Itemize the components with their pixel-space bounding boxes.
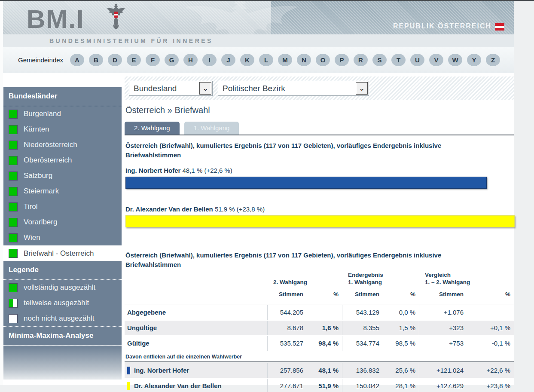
table-row: Abgegebene544.205543.1290,0 %+1.076 bbox=[125, 304, 514, 320]
breadcrumb-current: Briefwahl bbox=[175, 105, 210, 115]
bezirk-select[interactable]: Politischer Bezirk ⌄ bbox=[218, 81, 369, 96]
table-cell: 48,1 % bbox=[307, 363, 342, 378]
letter-button-Y[interactable]: Y bbox=[467, 54, 481, 66]
row-label: Ing. Norbert Hofer bbox=[125, 363, 267, 378]
table-cell: 534.774 bbox=[342, 336, 383, 351]
sidebar-item-label: Briefwahl - Österreich bbox=[24, 249, 94, 258]
col-header-pct: % bbox=[307, 286, 342, 304]
ministry-label: BUNDESMINISTERIUM FÜR INNERES bbox=[49, 37, 213, 44]
sidebar-item-label: Salzburg bbox=[24, 172, 52, 180]
table-cell: 277.671 bbox=[267, 379, 307, 392]
sidebar-item-label: Burgenland bbox=[24, 110, 61, 118]
letter-button-P[interactable]: P bbox=[335, 54, 349, 66]
letter-button-R[interactable]: R bbox=[354, 54, 368, 66]
table-row: Gültige535.52798,4 %534.77498,5 %+753-0,… bbox=[125, 335, 514, 351]
page: BM.I REPUBLIK ÖSTERREICH BUNDESMINISTERI… bbox=[3, 1, 514, 385]
table-group-header: 2. Wahlgang Endergebnis 1. Wahlgang Verg… bbox=[125, 271, 514, 286]
table-cell: +22,6 % bbox=[467, 363, 514, 378]
tab-divider bbox=[125, 135, 514, 135]
filter-bar: Bundesland ⌄ Politischer Bezirk ⌄ bbox=[125, 77, 514, 100]
letter-button-K[interactable]: K bbox=[240, 54, 254, 66]
letter-button-D[interactable]: D bbox=[108, 54, 122, 66]
sidebar-item[interactable]: Oberösterreich bbox=[3, 153, 122, 168]
letter-button-U[interactable]: U bbox=[410, 54, 424, 66]
table-row: Ungültige8.6781,6 %8.3551,5 %+323+0,1 % bbox=[125, 320, 514, 335]
legend-item-label: teilweise ausgezählt bbox=[24, 299, 89, 307]
tab-1-wahlgang[interactable]: 1. Wahlgang bbox=[184, 122, 239, 135]
letter-button-Z[interactable]: Z bbox=[486, 54, 500, 66]
sidebar-item[interactable]: Vorarlberg bbox=[3, 214, 122, 230]
letter-button-V[interactable]: V bbox=[429, 54, 443, 66]
table-cell: +753 bbox=[419, 336, 467, 351]
candidate-name: Dr. Alexander Van der Bellen bbox=[125, 205, 213, 213]
sidebar-item-label: Niederösterreich bbox=[24, 141, 77, 149]
letter-button-S[interactable]: S bbox=[372, 54, 387, 66]
bundesland-select[interactable]: Bundesland ⌄ bbox=[129, 81, 213, 96]
breadcrumb-separator: » bbox=[168, 105, 172, 115]
tab-2-wahlgang[interactable]: 2. Wahlgang bbox=[125, 122, 180, 135]
sidebar-item[interactable]: Wien bbox=[3, 230, 122, 245]
breadcrumb-root[interactable]: Österreich bbox=[125, 105, 165, 115]
sidebar-item[interactable]: Kärnten bbox=[3, 122, 122, 137]
bmi-logo: BM.I bbox=[27, 4, 85, 34]
letter-button-H[interactable]: H bbox=[183, 54, 198, 66]
table-cell: 98,4 % bbox=[307, 336, 342, 351]
header-banner: BM.I REPUBLIK ÖSTERREICH bbox=[3, 1, 514, 34]
gemeindeindex-bar: Gemeindeindex ABDEFGHIJKLMNOPRSTUVWYZ bbox=[3, 47, 514, 73]
counted-square-icon bbox=[9, 187, 18, 196]
legend-swatch-empty bbox=[9, 314, 18, 323]
state-list: BurgenlandKärntenNiederösterreichOberöst… bbox=[3, 106, 122, 245]
table-cell: 535.527 bbox=[267, 336, 307, 351]
letter-button-G[interactable]: G bbox=[165, 54, 179, 66]
result-bar-van-der-bellen bbox=[125, 215, 515, 227]
table-cell: +0,1 % bbox=[467, 321, 514, 335]
column-group-2-wahlgang: 2. Wahlgang bbox=[267, 271, 342, 286]
letter-button-M[interactable]: M bbox=[278, 54, 292, 66]
sidebar-title-legende: Legende bbox=[3, 261, 122, 280]
legend-swatch-partial bbox=[9, 299, 18, 308]
bezirk-select-value: Politischer Bezirk bbox=[218, 84, 355, 93]
table-cell bbox=[467, 305, 514, 320]
table-cell: 257.856 bbox=[267, 363, 307, 378]
letter-button-L[interactable]: L bbox=[259, 54, 273, 66]
row-label-text: Gültige bbox=[127, 336, 150, 351]
letter-button-E[interactable]: E bbox=[127, 54, 141, 66]
letter-button-A[interactable]: A bbox=[70, 54, 84, 66]
table-section-row: Davon entfielen auf die einzelnen Wahlwe… bbox=[125, 351, 514, 362]
legend-item: vollständig ausgezählt bbox=[3, 280, 122, 295]
sidebar-item[interactable]: Burgenland bbox=[3, 106, 122, 122]
letter-button-B[interactable]: B bbox=[89, 54, 103, 66]
table-row: Ing. Norbert Hofer257.85648,1 %136.83225… bbox=[125, 362, 514, 378]
austria-flag-icon bbox=[495, 23, 504, 31]
table-cell: +127.629 bbox=[419, 379, 467, 392]
letter-button-O[interactable]: O bbox=[316, 54, 330, 66]
chevron-down-icon[interactable]: ⌄ bbox=[199, 82, 211, 95]
letter-button-W[interactable]: W bbox=[448, 54, 462, 66]
counted-square-icon bbox=[9, 125, 18, 134]
candidate-stats: 51,9 % (+23,8 %) bbox=[215, 205, 265, 213]
table-cell: 150.042 bbox=[342, 379, 383, 392]
col-header-pct: % bbox=[383, 286, 419, 304]
chevron-down-icon[interactable]: ⌄ bbox=[356, 82, 368, 95]
table-body: Abgegebene544.205543.1290,0 %+1.076Ungül… bbox=[125, 304, 514, 392]
sidebar-title-bundeslaender: Bundesländer bbox=[3, 87, 122, 106]
sidebar-item[interactable]: Tirol bbox=[3, 199, 122, 214]
table-cell: +23,8 % bbox=[467, 379, 514, 392]
counted-square-icon bbox=[9, 233, 18, 242]
letter-button-T[interactable]: T bbox=[391, 54, 406, 66]
letter-button-N[interactable]: N bbox=[297, 54, 311, 66]
sidebar-item-briefwahl[interactable]: Briefwahl - Österreich bbox=[3, 245, 122, 261]
candidate-line-van-der-bellen: Dr. Alexander Van der Bellen 51,9 % (+23… bbox=[125, 205, 265, 213]
letter-button-J[interactable]: J bbox=[221, 54, 235, 66]
sidebar-item-label: Steiermark bbox=[24, 187, 59, 196]
sidebar-item-minima-maxima[interactable]: Minima-Maxima-Analyse bbox=[3, 326, 122, 345]
letter-button-I[interactable]: I bbox=[202, 54, 217, 66]
letter-button-F[interactable]: F bbox=[146, 54, 160, 66]
col-header-pct: % bbox=[467, 286, 514, 304]
breadcrumb: Österreich » Briefwahl bbox=[125, 105, 210, 115]
sidebar-item[interactable]: Salzburg bbox=[3, 168, 122, 184]
table-cell: 28,1 % bbox=[383, 379, 419, 392]
legend-item: noch nicht ausgezählt bbox=[3, 311, 122, 326]
sidebar-item[interactable]: Steiermark bbox=[3, 184, 122, 199]
sidebar-item[interactable]: Niederösterreich bbox=[3, 137, 122, 153]
